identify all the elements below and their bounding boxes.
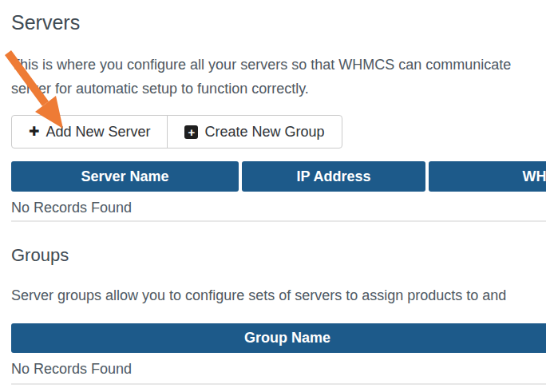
groups-intro: Server groups allow you to configure set… bbox=[11, 284, 546, 307]
groups-empty-row: No Records Found bbox=[11, 358, 132, 380]
column-header-ip-address[interactable]: IP Address bbox=[242, 161, 425, 192]
plus-icon: ✚ bbox=[29, 125, 39, 138]
add-new-server-button[interactable]: ✚ Add New Server bbox=[12, 116, 167, 148]
plus-square-icon: + bbox=[184, 125, 198, 139]
page-title: Servers bbox=[11, 11, 80, 34]
groups-section-title: Groups bbox=[11, 245, 69, 266]
groups-table-divider bbox=[11, 383, 546, 385]
servers-settings-page: Servers This is where you configure all … bbox=[0, 0, 546, 392]
groups-table-header: Group Name bbox=[11, 323, 546, 353]
server-actions-button-group: ✚ Add New Server + Create New Group bbox=[11, 115, 342, 148]
column-header-group-name[interactable]: Group Name bbox=[11, 323, 546, 353]
add-new-server-label: Add New Server bbox=[46, 124, 150, 141]
page-intro: This is where you configure all your ser… bbox=[11, 53, 546, 101]
create-new-group-label: Create New Group bbox=[204, 124, 324, 141]
column-header-server-name[interactable]: Server Name bbox=[11, 161, 239, 192]
servers-table-divider bbox=[11, 220, 546, 222]
intro-line-2: server for automatic setup to function c… bbox=[11, 77, 546, 101]
column-header-whm[interactable]: WHM bbox=[429, 161, 546, 192]
intro-line-1: This is where you configure all your ser… bbox=[11, 53, 546, 77]
create-new-group-button[interactable]: + Create New Group bbox=[167, 116, 341, 148]
servers-table-header: Server Name IP Address WHM bbox=[11, 161, 546, 192]
servers-empty-row: No Records Found bbox=[11, 196, 132, 219]
